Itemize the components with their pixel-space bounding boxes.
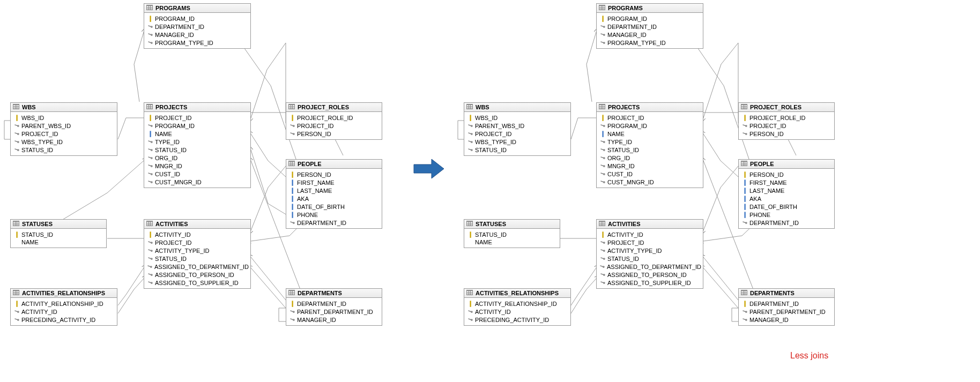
primary-key-icon: ❙ <box>289 114 295 121</box>
column-name: DEPARTMENT_ID <box>155 24 204 30</box>
column-name: STATUS_ID <box>475 231 507 238</box>
column-row: ❙PHONE <box>286 211 382 219</box>
column-row: ⊸CUST_MNGR_ID <box>597 178 703 186</box>
foreign-key-icon: ⊸ <box>13 138 20 146</box>
column-name: PARENT_DEPARTMENT_ID <box>749 309 826 315</box>
relationship-line <box>458 121 464 139</box>
foreign-key-icon: ⊸ <box>599 246 606 255</box>
table-icon <box>741 161 748 167</box>
entity-title: PEOPLE <box>298 161 322 167</box>
column-name: CUST_MNGR_ID <box>607 179 654 185</box>
index-icon: ❙ <box>742 187 747 194</box>
index-icon: ❙ <box>742 195 747 202</box>
foreign-key-icon: ⊸ <box>599 170 606 178</box>
column-name: CUST_MNGR_ID <box>155 179 202 185</box>
column-name: PRECEDING_ACTIVITY_ID <box>475 317 549 323</box>
column-name: MANAGER_ID <box>749 317 789 323</box>
column-row: ❙WBS_ID <box>11 114 117 122</box>
column-row: ⊸PARENT_DEPARTMENT_ID <box>739 308 834 316</box>
column-name: AKA <box>749 196 761 202</box>
entity-body: ❙PROJECT_ROLE_ID⊸PROJECT_ID⊸PERSON_ID <box>286 112 382 139</box>
table-icon <box>146 104 154 110</box>
column-name: ACTIVITY_RELATIONSHIP_ID <box>475 301 557 307</box>
foreign-key-icon: ⊸ <box>599 263 606 271</box>
column-name: ASSIGNED_TO_SUPPLIER_ID <box>607 280 691 286</box>
column-name: FIRST_NAME <box>749 179 787 186</box>
primary-key-icon: ❙ <box>600 114 605 121</box>
column-row: ⊸PROJECT_ID <box>11 130 117 138</box>
column-name: PERSON_ID <box>749 171 784 178</box>
foreign-key-icon: ⊸ <box>146 31 154 39</box>
column-row: ❙ACTIVITY_ID <box>597 230 703 238</box>
column-row: ⊸PROJECT_ID <box>144 238 250 246</box>
entity-title: PROJECTS <box>608 104 640 110</box>
column-row: ⊸PRECEDING_ACTIVITY_ID <box>464 316 570 324</box>
column-row: ❙ACTIVITY_ID <box>144 230 250 238</box>
table-icon <box>741 104 748 110</box>
entity-programs-right: PROGRAMS❙PROGRAM_ID⊸DEPARTMENT_ID⊸MANAGE… <box>596 3 703 49</box>
column-row: ⊸PROJECT_ID <box>597 238 703 246</box>
column-row: ⊸ASSIGNED_TO_PERSON_ID <box>597 271 703 279</box>
column-name: ACTIVITY_RELATIONSHIP_ID <box>21 301 103 307</box>
foreign-key-icon: ⊸ <box>146 162 154 170</box>
column-name: DATE_OF_BIRTH <box>749 204 797 210</box>
entity-body: ❙PERSON_ID❙FIRST_NAME❙LAST_NAME❙AKA❙DATE… <box>739 169 834 228</box>
column-row: ⊸ACTIVITY_TYPE_ID <box>597 246 703 254</box>
entity-header: PROJECT_ROLES <box>286 103 382 112</box>
column-row: ⊸PROJECT_ID <box>286 122 382 130</box>
entity-title: DEPARTMENTS <box>750 290 795 296</box>
column-row: ❙PERSON_ID <box>739 170 834 178</box>
foreign-key-icon: ⊸ <box>146 246 154 255</box>
foreign-key-icon: ⊸ <box>599 178 606 186</box>
column-row: ⊸PROGRAM_ID <box>144 122 250 130</box>
column-name: MNGR_ID <box>607 163 635 169</box>
column-name: STATUS_ID <box>21 231 53 238</box>
column-name: TYPE_ID <box>155 139 180 145</box>
foreign-key-icon: ⊸ <box>599 146 606 154</box>
primary-key-icon: ❙ <box>147 15 153 22</box>
column-name: ASSIGNED_TO_PERSON_ID <box>607 272 687 278</box>
relationship-line <box>118 118 144 139</box>
entity-body: ❙ACTIVITY_ID⊸PROJECT_ID⊸ACTIVITY_TYPE_ID… <box>597 229 703 288</box>
column-name: ACTIVITY_ID <box>155 231 191 238</box>
table-icon <box>741 290 748 296</box>
column-row: ⊸DEPARTMENT_ID <box>286 219 382 227</box>
column-row: ⊸STATUS_ID <box>597 146 703 154</box>
entity-header: PROJECT_ROLES <box>739 103 834 112</box>
column-name: NAME <box>607 131 625 137</box>
entity-header: DEPARTMENTS <box>286 289 382 298</box>
entity-project_roles-left: PROJECT_ROLES❙PROJECT_ROLE_ID⊸PROJECT_ID… <box>286 102 382 140</box>
column-row: ⊸TYPE_ID <box>597 138 703 146</box>
column-name: PROJECT_ID <box>297 123 333 129</box>
column-name: NAME <box>21 239 39 245</box>
entity-title: STATUSES <box>476 221 506 227</box>
column-row: ❙PROJECT_ID <box>144 114 250 122</box>
column-row: ❙FIRST_NAME <box>286 178 382 186</box>
relationship-line <box>134 32 144 102</box>
column-name: PERSON_ID <box>297 131 331 137</box>
column-row: ⊸PROJECT_ID <box>464 130 570 138</box>
foreign-key-icon: ⊸ <box>466 130 474 138</box>
column-row: ❙LAST_NAME <box>739 186 834 194</box>
entity-activities_relationships-left: ACTIVITIES_RELATIONSHIPS❙ACTIVITY_RELATI… <box>10 288 117 326</box>
relationship-line <box>251 268 286 308</box>
foreign-key-icon: ⊸ <box>13 122 20 130</box>
column-name: NAME <box>475 239 492 245</box>
column-name: PROGRAM_TYPE_ID <box>155 40 213 46</box>
entity-body: ❙ACTIVITY_RELATIONSHIP_ID⊸ACTIVITY_ID⊸PR… <box>11 298 117 325</box>
foreign-key-icon: ⊸ <box>146 122 154 130</box>
table-icon <box>146 221 154 227</box>
column-row: ⊸MNGR_ID <box>597 162 703 170</box>
index-icon: ❙ <box>289 195 295 202</box>
column-name: DEPARTMENT_ID <box>297 220 346 226</box>
entity-title: PROGRAMS <box>155 5 190 11</box>
foreign-key-icon: ⊸ <box>146 146 154 154</box>
foreign-key-icon: ⊸ <box>146 154 154 162</box>
entity-title: PROJECT_ROLES <box>298 104 349 110</box>
primary-key-icon: ❙ <box>742 300 747 307</box>
column-row: NAME <box>464 238 560 246</box>
entity-body: ❙PROJECT_ID⊸PROGRAM_ID❙NAME⊸TYPE_ID⊸STAT… <box>597 112 703 188</box>
table-icon <box>13 221 20 227</box>
column-name: STATUS_ID <box>155 256 187 262</box>
foreign-key-icon: ⊸ <box>466 138 474 146</box>
